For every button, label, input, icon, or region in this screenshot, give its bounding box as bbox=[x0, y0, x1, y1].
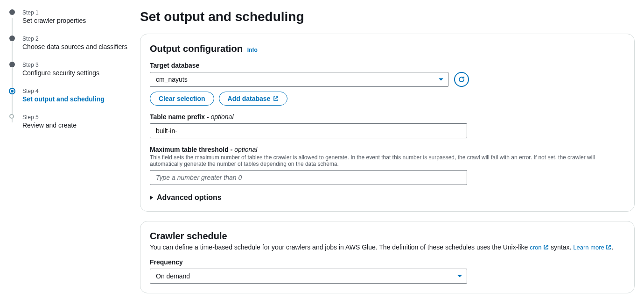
threshold-description: This field sets the maximum number of ta… bbox=[150, 154, 625, 167]
triangle-right-icon bbox=[150, 195, 153, 200]
table-prefix-label: Table name prefix - optional bbox=[150, 113, 625, 121]
table-prefix-input[interactable] bbox=[150, 123, 467, 138]
external-link-icon bbox=[543, 244, 549, 250]
schedule-description: You can define a time-based schedule for… bbox=[150, 243, 625, 251]
step-4-active[interactable]: Step 4 Set output and scheduling bbox=[9, 88, 135, 114]
step-label: Step 4 bbox=[22, 88, 135, 94]
page-title: Set output and scheduling bbox=[140, 9, 635, 24]
caret-down-icon bbox=[457, 275, 462, 278]
schedule-desc-b: syntax. bbox=[549, 243, 573, 251]
step-1[interactable]: Step 1 Set crawler properties bbox=[9, 9, 135, 36]
output-section-title: Output configuration bbox=[150, 43, 243, 54]
caret-down-icon bbox=[439, 78, 443, 81]
frequency-select[interactable]: On demand bbox=[150, 269, 467, 284]
step-marker bbox=[9, 62, 15, 67]
step-marker-pending bbox=[9, 114, 14, 119]
step-marker-active bbox=[9, 88, 15, 94]
step-title: Choose data sources and classifiers bbox=[22, 43, 135, 50]
advanced-options-toggle[interactable]: Advanced options bbox=[150, 193, 625, 202]
add-database-button[interactable]: Add database bbox=[219, 92, 288, 106]
wizard-stepper: Step 1 Set crawler properties Step 2 Cho… bbox=[5, 9, 135, 299]
external-link-icon bbox=[273, 96, 279, 101]
step-title: Set crawler properties bbox=[22, 17, 135, 24]
target-database-select[interactable]: cm_nayuts bbox=[150, 72, 448, 87]
clear-selection-button[interactable]: Clear selection bbox=[150, 92, 214, 106]
step-5[interactable]: Step 5 Review and create bbox=[9, 114, 135, 140]
target-database-value: cm_nayuts bbox=[156, 76, 188, 83]
advanced-options-label: Advanced options bbox=[157, 193, 222, 202]
step-marker bbox=[9, 36, 15, 41]
step-label: Step 3 bbox=[22, 62, 135, 68]
cron-link[interactable]: cron bbox=[530, 244, 549, 251]
frequency-label: Frequency bbox=[150, 258, 625, 266]
info-link[interactable]: Info bbox=[247, 47, 258, 53]
threshold-label-text: Maximum table threshold - bbox=[150, 146, 234, 153]
refresh-icon bbox=[458, 76, 465, 83]
add-database-label: Add database bbox=[228, 95, 271, 102]
step-2[interactable]: Step 2 Choose data sources and classifie… bbox=[9, 36, 135, 62]
threshold-optional: optional bbox=[234, 146, 257, 153]
cron-link-text: cron bbox=[530, 244, 541, 251]
learn-more-text: Learn more bbox=[573, 244, 604, 251]
step-label: Step 1 bbox=[22, 9, 135, 16]
frequency-value: On demand bbox=[156, 272, 190, 280]
step-3[interactable]: Step 3 Configure security settings bbox=[9, 62, 135, 88]
step-marker bbox=[9, 9, 15, 15]
schedule-desc-a: You can define a time-based schedule for… bbox=[150, 243, 530, 251]
learn-more-link[interactable]: Learn more bbox=[573, 244, 611, 251]
crawler-schedule-panel: Crawler schedule You can define a time-b… bbox=[140, 221, 635, 293]
threshold-label: Maximum table threshold - optional bbox=[150, 146, 625, 153]
period: . bbox=[611, 243, 613, 251]
output-configuration-panel: Output configuration Info Target databas… bbox=[140, 34, 635, 212]
step-title: Review and create bbox=[22, 121, 135, 129]
step-title: Configure security settings bbox=[22, 69, 135, 77]
threshold-input[interactable] bbox=[150, 170, 467, 185]
step-title: Set output and scheduling bbox=[22, 95, 135, 103]
prefix-label-text: Table name prefix - bbox=[150, 113, 210, 121]
step-label: Step 5 bbox=[22, 114, 135, 121]
external-link-icon bbox=[606, 244, 611, 250]
prefix-optional: optional bbox=[210, 113, 233, 121]
step-label: Step 2 bbox=[22, 36, 135, 42]
refresh-button[interactable] bbox=[454, 72, 469, 87]
target-database-label: Target database bbox=[150, 62, 625, 69]
schedule-section-title: Crawler schedule bbox=[150, 231, 227, 241]
